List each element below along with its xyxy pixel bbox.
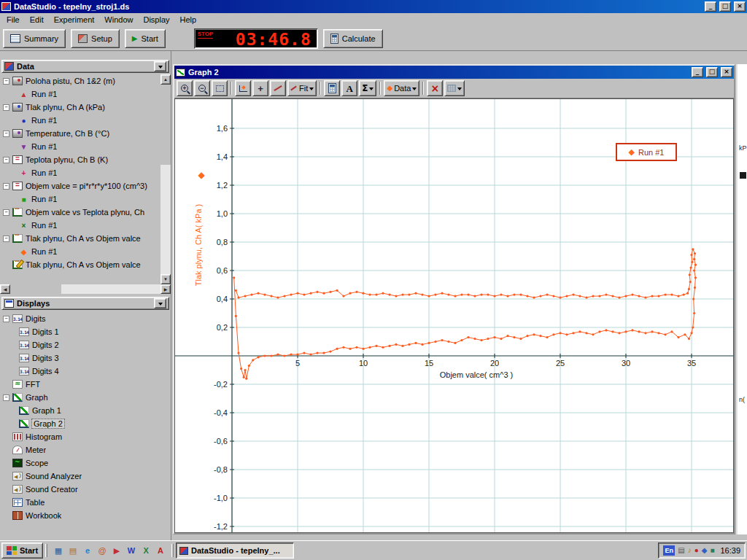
display-item-graph[interactable]: −Graph bbox=[0, 391, 171, 404]
tree-expand-box[interactable]: − bbox=[3, 236, 9, 242]
remove-button[interactable]: × bbox=[427, 80, 443, 96]
acrobat-icon[interactable]: A bbox=[154, 544, 167, 557]
show-desktop-icon[interactable]: ▦ bbox=[52, 544, 65, 557]
start-menu-button[interactable]: Start bbox=[1, 542, 43, 559]
scroll-track[interactable] bbox=[10, 284, 160, 294]
tree-expand-box[interactable]: − bbox=[3, 394, 9, 401]
ie-icon[interactable]: e bbox=[81, 544, 94, 557]
display-item-digits-4[interactable]: Digits 4 bbox=[0, 365, 171, 378]
tree-expand-box[interactable]: − bbox=[3, 209, 9, 216]
menu-experiment[interactable]: Experiment bbox=[49, 14, 100, 26]
tree-expand-box[interactable]: − bbox=[3, 183, 9, 190]
display-item-digits[interactable]: −Digits bbox=[0, 312, 171, 325]
scroll-left-arrow[interactable]: ◀ bbox=[0, 284, 10, 294]
smart-tool-button[interactable]: + bbox=[252, 80, 268, 96]
summary-button[interactable]: Summary bbox=[3, 29, 66, 48]
scale-to-fit-button[interactable] bbox=[235, 80, 251, 96]
volume-icon[interactable]: ♪ bbox=[688, 547, 692, 554]
display-item-workbook[interactable]: Workbook bbox=[0, 509, 171, 522]
calculate-tool-button[interactable] bbox=[324, 80, 340, 96]
maximize-button[interactable]: □ bbox=[719, 1, 731, 12]
display-item-graph-2[interactable]: Graph 2 bbox=[0, 417, 171, 430]
start-button[interactable]: ▶ Start bbox=[125, 29, 166, 48]
data-item[interactable]: −Tlak plynu, Ch A (kPa) bbox=[0, 101, 161, 114]
menu-file[interactable]: File bbox=[1, 14, 25, 26]
data-item[interactable]: −Objem valce vs Teplota plynu, Ch bbox=[0, 206, 161, 219]
data-vertical-scrollbar[interactable]: ▲ ▼ bbox=[160, 74, 171, 284]
data-item[interactable]: −Temperature, Ch B (°C) bbox=[0, 127, 161, 140]
graph-maximize-button[interactable]: □ bbox=[706, 67, 718, 77]
scroll-right-arrow[interactable]: ▶ bbox=[160, 284, 171, 294]
graph-minimize-button[interactable]: _ bbox=[692, 67, 703, 77]
display-item-digits-2[interactable]: Digits 2 bbox=[0, 338, 171, 351]
data-run-item[interactable]: ◆Run #1 bbox=[0, 245, 161, 258]
minimize-button[interactable]: _ bbox=[705, 1, 716, 12]
calculate-button[interactable]: Calculate bbox=[323, 29, 383, 48]
display-item-digits-3[interactable]: Digits 3 bbox=[0, 351, 171, 365]
taskbar-divider[interactable] bbox=[171, 544, 174, 557]
taskbar-divider[interactable] bbox=[45, 544, 47, 557]
display-item-sound-analyzer[interactable]: Sound Analyzer bbox=[0, 470, 171, 483]
plot-canvas[interactable]: 1,61,41,21,00,80,60,40,2-0,2-0,4-0,6-0,8… bbox=[175, 99, 733, 532]
keyboard-layout-icon[interactable]: ▤ bbox=[678, 547, 684, 554]
data-item[interactable]: −Tlak plynu, Ch A vs Objem valce bbox=[0, 232, 161, 245]
word-icon[interactable]: W bbox=[125, 544, 138, 557]
display-item-histogram[interactable]: Histogram bbox=[0, 430, 171, 443]
statistics-dropdown-button[interactable]: Σ bbox=[359, 80, 376, 96]
data-run-item[interactable]: ×Run #1 bbox=[0, 219, 161, 232]
close-button[interactable]: × bbox=[734, 1, 746, 12]
data-panel-menu-button[interactable] bbox=[154, 61, 166, 71]
scroll-track[interactable] bbox=[160, 85, 171, 274]
zoom-in-button[interactable]: + bbox=[177, 80, 193, 96]
scheduler-icon[interactable]: ◆ bbox=[702, 547, 708, 554]
menu-edit[interactable]: Edit bbox=[25, 14, 49, 26]
graph-legend[interactable]: ◆ Run #1 bbox=[616, 143, 677, 161]
excel-icon[interactable]: X bbox=[139, 544, 152, 557]
data-dropdown-button[interactable]: ◆Data bbox=[384, 80, 419, 96]
menu-window[interactable]: Window bbox=[99, 14, 138, 26]
tree-expand-box[interactable]: − bbox=[3, 78, 9, 85]
tree-expand-box[interactable]: − bbox=[3, 157, 9, 163]
tree-expand-box[interactable]: − bbox=[3, 316, 9, 322]
data-run-item[interactable]: +Run #1 bbox=[0, 166, 161, 179]
display-item-meter[interactable]: Meter bbox=[0, 443, 171, 456]
data-run-item[interactable]: ▼Run #1 bbox=[0, 140, 161, 153]
data-run-item[interactable]: ●Run #1 bbox=[0, 114, 161, 127]
display-item-fft[interactable]: FFT bbox=[0, 378, 171, 391]
antivirus-icon[interactable]: ● bbox=[694, 547, 699, 554]
data-item[interactable]: −Poloha pistu, Ch 1&2 (m) bbox=[0, 74, 161, 88]
zoom-out-button[interactable]: − bbox=[194, 80, 210, 96]
text-annotation-button[interactable]: A bbox=[341, 80, 357, 96]
tree-expand-box[interactable]: − bbox=[3, 131, 9, 137]
menu-display[interactable]: Display bbox=[138, 14, 174, 26]
fit-dropdown-button[interactable]: Fit bbox=[287, 80, 317, 96]
data-run-item[interactable]: ▲Run #1 bbox=[0, 88, 161, 101]
data-horizontal-scrollbar[interactable]: ◀ ▶ bbox=[0, 284, 171, 294]
scroll-thumb[interactable] bbox=[10, 284, 61, 294]
menu-help[interactable]: Help bbox=[175, 14, 202, 26]
zoom-select-button[interactable] bbox=[212, 80, 228, 96]
graph-window-title-bar[interactable]: Graph 2 _ □ × bbox=[174, 66, 734, 79]
scroll-down-arrow[interactable]: ▼ bbox=[160, 274, 171, 284]
display-item-table[interactable]: Table bbox=[0, 496, 171, 509]
taskbar-task-button[interactable]: DataStudio - tepelny_... bbox=[176, 542, 294, 559]
display-item-digits-1[interactable]: Digits 1 bbox=[0, 325, 171, 338]
graph-close-button[interactable]: × bbox=[721, 67, 732, 77]
taskbar-clock[interactable]: 16:39 bbox=[717, 546, 740, 555]
display-settings-icon[interactable]: ■ bbox=[710, 547, 714, 554]
display-item-graph-1[interactable]: Graph 1 bbox=[0, 404, 171, 417]
setup-button[interactable]: Setup bbox=[71, 29, 120, 48]
data-run-item[interactable]: ■Run #1 bbox=[0, 192, 161, 206]
tree-expand-box[interactable]: − bbox=[3, 104, 9, 111]
display-item-scope[interactable]: Scope bbox=[0, 456, 171, 470]
data-item[interactable]: −Teplota plynu, Ch B (K) bbox=[0, 153, 161, 166]
scroll-up-arrow[interactable]: ▲ bbox=[160, 74, 171, 85]
display-item-sound-creator[interactable]: Sound Creator bbox=[0, 483, 171, 496]
data-item[interactable]: Tlak plynu, Ch A vs Objem valce bbox=[0, 258, 161, 271]
displays-panel-menu-button[interactable] bbox=[154, 298, 166, 308]
media-player-icon[interactable]: ▶ bbox=[110, 544, 123, 557]
slope-tool-button[interactable] bbox=[270, 80, 286, 96]
plot-area[interactable]: 1,61,41,21,00,80,60,40,2-0,2-0,4-0,6-0,8… bbox=[174, 98, 734, 533]
mail-icon[interactable]: @ bbox=[96, 544, 109, 557]
notes-icon[interactable]: ▤ bbox=[66, 544, 80, 557]
